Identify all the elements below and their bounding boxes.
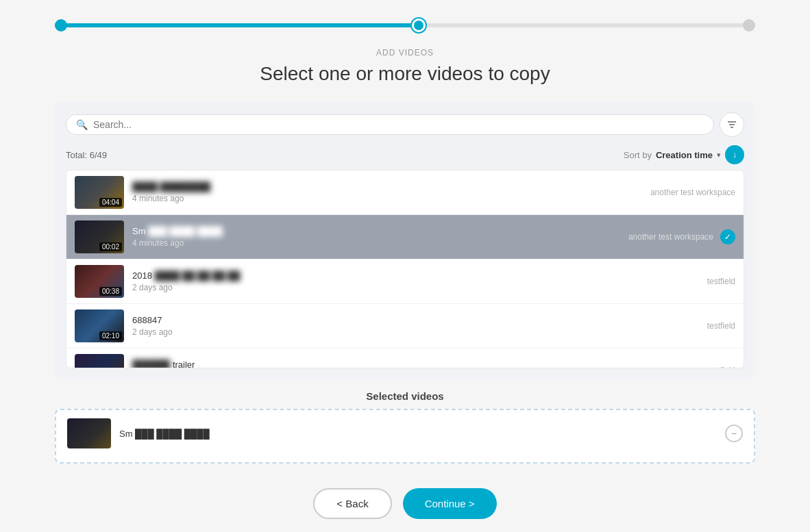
video-name: 688847 — [132, 315, 699, 325]
video-workspace: testfield — [699, 321, 735, 331]
selected-thumbnail — [67, 418, 111, 448]
search-input[interactable] — [93, 119, 704, 130]
sort-label: Sort by — [624, 150, 652, 160]
video-list-item[interactable]: 02:43 ██████ trailer 2 days ago testfiel… — [66, 349, 744, 368]
video-name: Sm ███ ████ ████ — [132, 226, 620, 236]
filter-button[interactable] — [720, 112, 744, 137]
video-time: 2 days ago — [132, 283, 699, 292]
sort-row: Total: 6/49 Sort by Creation time ▾ ↓ — [66, 145, 744, 164]
selected-title: Selected videos — [55, 390, 755, 402]
button-row: < Back Continue > — [313, 488, 496, 519]
video-name: ██████ trailer — [132, 359, 699, 368]
main-content: ADD VIDEOS Select one or more videos to … — [0, 34, 810, 532]
sort-arrow-icon: ↓ — [733, 150, 737, 160]
progress-step-1 — [55, 19, 67, 31]
video-list-item[interactable]: 02:10 688847 2 days ago testfield — [66, 304, 744, 349]
filter-icon — [726, 119, 737, 130]
sort-value: Creation time — [656, 150, 713, 160]
video-list-item[interactable]: 04:04 ████ ████████ 4 minutes ago anothe… — [66, 170, 744, 215]
video-info: 688847 2 days ago — [132, 315, 699, 337]
video-info: 2018 ████ ██ ██ ██ ██ 2 days ago — [132, 270, 699, 292]
video-time: 2 days ago — [132, 327, 699, 337]
selected-item: Sm ███ ████ ████ − — [67, 418, 743, 448]
selected-panel: Sm ███ ████ ████ − — [55, 409, 755, 464]
total-count: Total: 6/49 — [66, 150, 107, 160]
video-workspace: testfield — [699, 366, 735, 368]
video-thumbnail: 00:02 — [75, 220, 124, 253]
video-list[interactable]: 04:04 ████ ████████ 4 minutes ago anothe… — [66, 170, 744, 368]
progress-fill — [55, 23, 419, 27]
video-panel: 🔍 Total: 6/49 Sort by Creation time ▾ ↓ — [55, 101, 755, 379]
video-time: 4 minutes ago — [132, 238, 620, 248]
sort-controls[interactable]: Sort by Creation time ▾ ↓ — [624, 145, 744, 164]
video-thumbnail: 00:38 — [75, 265, 124, 298]
selected-section: Selected videos Sm ███ ████ ████ − — [55, 390, 755, 464]
back-button[interactable]: < Back — [313, 488, 391, 519]
video-thumbnail: 02:10 — [75, 309, 124, 342]
video-workspace: testfield — [699, 277, 735, 286]
progress-step-3 — [743, 19, 755, 31]
section-label: ADD VIDEOS — [376, 48, 434, 58]
search-wrapper[interactable]: 🔍 — [66, 114, 714, 135]
progress-container — [0, 0, 810, 34]
sort-direction-button[interactable]: ↓ — [725, 145, 744, 164]
video-thumbnail: 04:04 — [75, 176, 124, 209]
search-icon: 🔍 — [76, 119, 88, 130]
video-info: Sm ███ ████ ████ 4 minutes ago — [132, 226, 620, 248]
video-workspace: another test workspace — [620, 232, 713, 242]
video-duration: 04:04 — [99, 198, 122, 207]
remove-video-button[interactable]: − — [725, 425, 743, 442]
video-info: ██████ trailer 2 days ago — [132, 359, 699, 368]
search-row: 🔍 — [66, 112, 744, 137]
video-list-item[interactable]: 00:02 Sm ███ ████ ████ 4 minutes ago ano… — [66, 215, 744, 259]
video-name: 2018 ████ ██ ██ ██ ██ — [132, 270, 699, 281]
video-workspace: another test workspace — [642, 188, 735, 197]
progress-step-2 — [412, 18, 426, 32]
check-icon: ✓ — [720, 229, 735, 244]
video-duration: 02:10 — [99, 331, 122, 340]
video-duration: 00:02 — [99, 242, 122, 251]
chevron-down-icon: ▾ — [717, 151, 721, 160]
progress-track — [55, 23, 755, 27]
video-time: 4 minutes ago — [132, 194, 642, 203]
video-info: ████ ████████ 4 minutes ago — [132, 181, 642, 203]
video-list-item[interactable]: 00:38 2018 ████ ██ ██ ██ ██ 2 days ago t… — [66, 259, 744, 304]
video-duration: 00:38 — [99, 287, 122, 296]
selected-item-name: Sm ███ ████ ████ — [119, 429, 717, 439]
continue-button[interactable]: Continue > — [403, 488, 497, 519]
page-title: Select one or more videos to copy — [260, 63, 550, 85]
video-thumbnail: 02:43 — [75, 354, 124, 368]
video-name: ████ ████████ — [132, 181, 642, 192]
